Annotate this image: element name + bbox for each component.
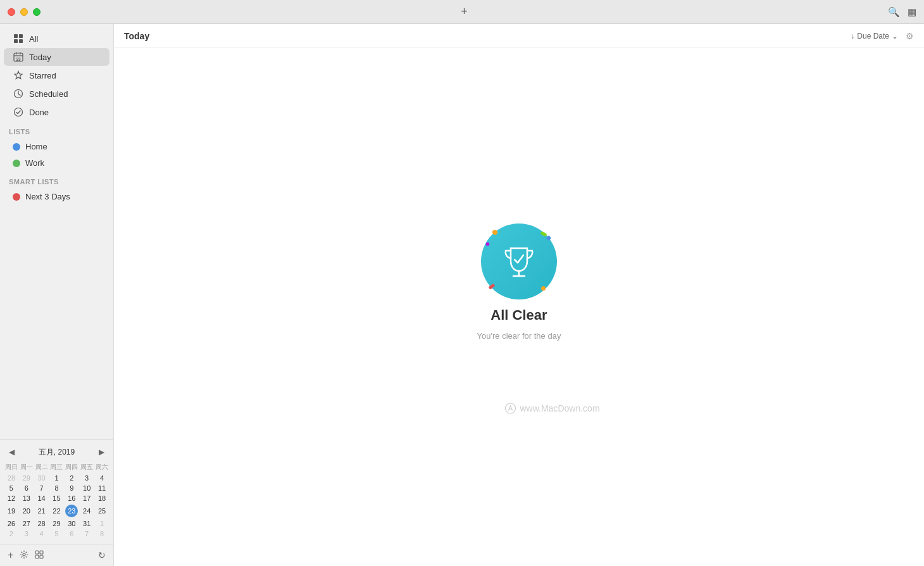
cal-day[interactable]: 14 [34,493,49,503]
cal-day[interactable]: 27 [19,519,34,529]
cal-day[interactable]: 2 [64,473,79,483]
cal-day[interactable]: 1 [49,473,65,483]
cal-day[interactable]: 5 [49,529,65,539]
cal-day[interactable]: 30 [34,473,49,483]
cal-day[interactable]: 4 [94,473,109,483]
cal-day[interactable]: 25 [94,503,109,519]
cal-day[interactable]: 7 [34,483,49,493]
cal-day[interactable]: 29 [19,473,34,483]
cal-day[interactable]: 8 [49,483,65,493]
sidebar-item-scheduled-label: Scheduled [29,89,68,99]
table-row: 2 3 4 5 6 7 8 [4,529,109,539]
cal-header-mon: 周一 [19,462,34,473]
sidebar-nav: All 23 Today [0,24,113,439]
titlebar-add[interactable]: + [461,5,468,18]
table-row: 26 27 28 29 30 31 1 [4,519,109,529]
sync-button[interactable]: ↻ [97,549,107,562]
table-row: 19 20 21 22 23 24 25 [4,503,109,519]
cal-day[interactable]: 19 [4,503,19,519]
cal-day-today[interactable]: 23 [64,503,79,519]
watermark-text: www.MacDown.com [520,403,600,413]
display-options-icon[interactable]: ⚙ [906,31,914,41]
confetti-piece [541,286,546,291]
sidebar-item-scheduled[interactable]: Scheduled [4,85,109,103]
cal-day[interactable]: 4 [34,529,49,539]
cal-day[interactable]: 12 [4,493,19,503]
cal-day[interactable]: 3 [19,529,34,539]
cal-day[interactable]: 26 [4,519,19,529]
cal-day[interactable]: 6 [64,529,79,539]
cal-day[interactable]: 28 [4,473,19,483]
cal-day[interactable]: 18 [94,493,109,503]
cal-day[interactable]: 24 [79,503,94,519]
sidebar-item-starred[interactable]: Starred [4,66,109,84]
cal-day[interactable]: 6 [19,483,34,493]
cal-day[interactable]: 22 [49,503,65,519]
cal-day[interactable]: 1 [94,519,109,529]
titlebar: + 🔍 ▦ [0,0,924,24]
cal-day[interactable]: 5 [4,483,19,493]
sidebar-item-next3days[interactable]: Next 3 Days [4,189,109,204]
cal-day[interactable]: 16 [64,493,79,503]
cal-day[interactable]: 30 [64,519,79,529]
sort-control[interactable]: ↓ Due Date ⌄ ⚙ [851,31,914,41]
sidebar-item-all[interactable]: All [4,30,109,47]
home-color-dot [13,143,20,151]
sidebar-item-work[interactable]: Work [4,155,109,171]
minimize-button[interactable] [20,8,28,16]
svg-rect-13 [35,555,39,558]
svg-rect-14 [40,555,43,558]
cal-day[interactable]: 29 [49,519,65,529]
close-button[interactable] [8,8,15,16]
cal-day[interactable]: 3 [79,473,94,483]
calendar-grid: 周日 周一 周二 周三 周四 周五 周六 28 29 [4,462,109,539]
sidebar-item-home[interactable]: Home [4,139,109,154]
calendar-prev-button[interactable]: ◀ [6,446,17,458]
cal-day[interactable]: 20 [19,503,34,519]
view-button[interactable] [34,549,45,562]
sidebar-item-done[interactable]: Done [4,103,109,121]
sidebar-item-today[interactable]: 23 Today [4,48,109,66]
svg-text:23: 23 [16,57,21,61]
cal-header-sat: 周六 [94,462,109,473]
cal-day[interactable]: 8 [94,529,109,539]
cal-day[interactable]: 17 [79,493,94,503]
confetti-piece [488,283,495,289]
lists-header: LISTS [0,122,113,138]
layout-icon[interactable]: ▦ [908,6,916,18]
cal-day[interactable]: 31 [79,519,94,529]
table-row: 28 29 30 1 2 3 4 [4,473,109,483]
cal-day[interactable]: 2 [4,529,19,539]
sidebar-item-next3days-label: Next 3 Days [25,192,70,201]
watermark: www.MacDown.com [505,403,600,414]
main-content: Today ↓ Due Date ⌄ ⚙ [114,24,924,566]
add-list-button[interactable]: + [6,548,15,562]
trophy-circle [481,223,557,299]
settings-button[interactable] [18,549,30,562]
table-row: 5 6 7 8 9 10 11 [4,483,109,493]
sidebar: All 23 Today [0,24,114,566]
calendar-next-button[interactable]: ▶ [96,446,107,458]
cal-day[interactable]: 9 [64,483,79,493]
cal-day[interactable]: 28 [34,519,49,529]
smart-lists-header: SMART LISTS [0,172,113,188]
svg-rect-12 [40,551,43,554]
cal-day[interactable]: 15 [49,493,65,503]
cal-header-wed: 周三 [49,462,65,473]
cal-day[interactable]: 11 [94,483,109,493]
page-title: Today [124,31,149,41]
cal-header-thu: 周四 [64,462,79,473]
search-icon[interactable]: 🔍 [888,6,900,18]
titlebar-actions: 🔍 ▦ [888,6,916,18]
cal-day[interactable]: 21 [34,503,49,519]
cal-day[interactable]: 13 [19,493,34,503]
maximize-button[interactable] [33,8,41,16]
sort-label: Due Date [857,32,889,41]
toolbar-left: + [6,548,45,562]
cal-day[interactable]: 7 [79,529,94,539]
sidebar-item-done-label: Done [29,108,49,117]
sidebar-item-today-label: Today [29,53,51,62]
cal-day[interactable]: 10 [79,483,94,493]
watermark-icon [505,403,516,414]
sort-icon: ↓ [851,32,854,41]
